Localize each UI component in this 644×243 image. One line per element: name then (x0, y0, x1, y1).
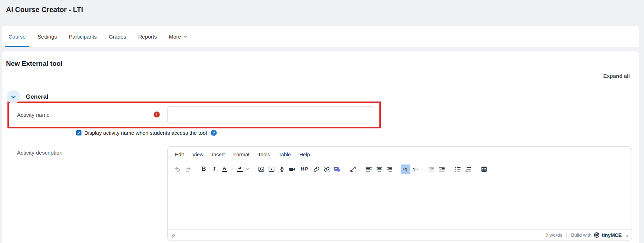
tab-grades[interactable]: Grades (104, 26, 131, 47)
align-center-icon (376, 166, 383, 173)
remove-link-button[interactable] (322, 164, 332, 174)
menu-edit[interactable]: Edit (172, 150, 187, 159)
rtl-direction-button[interactable]: ¶ (411, 164, 420, 174)
record-audio-button[interactable] (277, 164, 287, 174)
page-title: AI Course Creator - LTI (6, 6, 83, 14)
tab-reports[interactable]: Reports (134, 26, 162, 47)
ordered-list-button[interactable]: 123 (463, 164, 473, 174)
menu-format[interactable]: Format (230, 150, 253, 159)
element-path[interactable]: p (172, 232, 175, 238)
section-general-title: General (26, 93, 48, 100)
collapse-section-button[interactable] (7, 90, 20, 104)
branding-name: tinyMCE (602, 232, 622, 238)
outdent-icon (428, 166, 435, 173)
activity-name-input[interactable] (167, 106, 374, 123)
tinymce-branding-link[interactable]: Build with tinyMCE (571, 232, 622, 238)
editor-menubar: Edit View Insert Format Tools Table Help (168, 147, 632, 161)
microphone-icon (278, 166, 285, 173)
highlight-color-button[interactable] (235, 164, 245, 174)
chevron-down-icon (183, 35, 187, 39)
redo-icon (185, 166, 191, 173)
section-general-header: General (7, 90, 48, 104)
italic-icon: I (213, 166, 215, 172)
word-count: 0 words (546, 232, 562, 238)
media-icon (268, 166, 275, 173)
undo-icon (174, 166, 181, 173)
form-card: New External tool Expand all General Act… (2, 51, 639, 243)
editor-statusbar: p 0 words Build with tinyMCE (168, 229, 632, 241)
menu-table[interactable]: Table (275, 150, 294, 159)
display-name-checkbox[interactable] (76, 130, 81, 135)
numbered-list-icon: 123 (465, 166, 471, 173)
editor-resize-handle[interactable] (624, 233, 628, 237)
ms-teams-icon (334, 166, 340, 173)
tab-course[interactable]: Course (4, 26, 30, 47)
display-name-checkbox-label: Display activity name when students acce… (84, 130, 207, 136)
insert-image-button[interactable] (256, 164, 266, 174)
activity-description-label: Activity description (17, 150, 62, 156)
help-icon[interactable]: ? (211, 130, 217, 136)
menu-view[interactable]: View (189, 150, 207, 159)
insert-h5p-button[interactable]: H-P (298, 164, 311, 174)
h5p-icon: H-P (301, 167, 308, 172)
rtl-icon: ¶ (412, 166, 419, 173)
insert-media-button[interactable] (267, 164, 276, 174)
tab-more[interactable]: More (164, 26, 192, 47)
editor-toolbar: B I A (168, 161, 632, 177)
menu-help[interactable]: Help (296, 150, 313, 159)
align-center-button[interactable] (374, 164, 384, 174)
undo-button[interactable] (173, 164, 182, 174)
redo-button[interactable] (183, 164, 193, 174)
unordered-list-button[interactable] (453, 164, 463, 174)
required-icon: ! (154, 111, 160, 117)
menu-tools[interactable]: Tools (255, 150, 273, 159)
italic-button[interactable]: I (209, 164, 219, 174)
indent-button[interactable] (437, 164, 447, 174)
branding-prefix: Build with (571, 232, 592, 238)
ltr-icon: ¶ (402, 166, 409, 173)
check-icon (77, 131, 81, 135)
text-color-menu-button[interactable] (229, 164, 235, 174)
tinymce-logo-icon (594, 232, 600, 238)
svg-text:¶: ¶ (413, 166, 416, 172)
tab-participants[interactable]: Participants (64, 26, 101, 47)
form-title: New External tool (6, 60, 62, 68)
image-icon (258, 166, 265, 173)
bullet-list-icon (454, 166, 461, 173)
course-nav-tabs: Course Settings Participants Grades Repo… (2, 26, 639, 47)
video-camera-icon (289, 166, 295, 173)
svg-text:¶: ¶ (405, 166, 407, 172)
table-icon (481, 166, 487, 173)
align-left-button[interactable] (364, 164, 374, 174)
menu-insert[interactable]: Insert (209, 150, 228, 159)
bold-icon: B (202, 166, 206, 172)
align-right-icon (386, 166, 393, 173)
highlight-color-icon (237, 166, 243, 172)
svg-text:3: 3 (465, 170, 467, 172)
align-right-button[interactable] (385, 164, 394, 174)
align-left-icon (366, 166, 372, 173)
bold-button[interactable]: B (199, 164, 209, 174)
highlight-color-menu-button[interactable] (245, 164, 250, 174)
chevron-down-icon (230, 167, 234, 171)
insert-link-button[interactable] (312, 164, 321, 174)
record-video-button[interactable] (287, 164, 297, 174)
ltr-direction-button[interactable]: ¶ (401, 164, 410, 174)
outdent-button[interactable] (427, 164, 436, 174)
statusbar-divider (566, 232, 567, 238)
chevron-down-icon (246, 167, 249, 171)
text-color-icon: A (222, 166, 227, 172)
expand-all-link[interactable]: Expand all (603, 73, 630, 79)
link-icon (313, 166, 320, 173)
indent-icon (439, 166, 445, 173)
insert-table-button[interactable] (479, 164, 489, 174)
activity-name-label: Activity name (17, 112, 50, 118)
tab-settings[interactable]: Settings (33, 26, 61, 47)
rich-text-editor: Edit View Insert Format Tools Table Help… (167, 146, 632, 241)
activity-name-highlight-box: Activity name ! (7, 102, 381, 128)
fullscreen-button[interactable] (348, 164, 358, 174)
text-color-button[interactable]: A (220, 164, 229, 174)
display-name-option-row: Display activity name when students acce… (76, 130, 217, 136)
ms-teams-button[interactable] (332, 164, 342, 174)
editor-content-area[interactable] (168, 177, 632, 229)
